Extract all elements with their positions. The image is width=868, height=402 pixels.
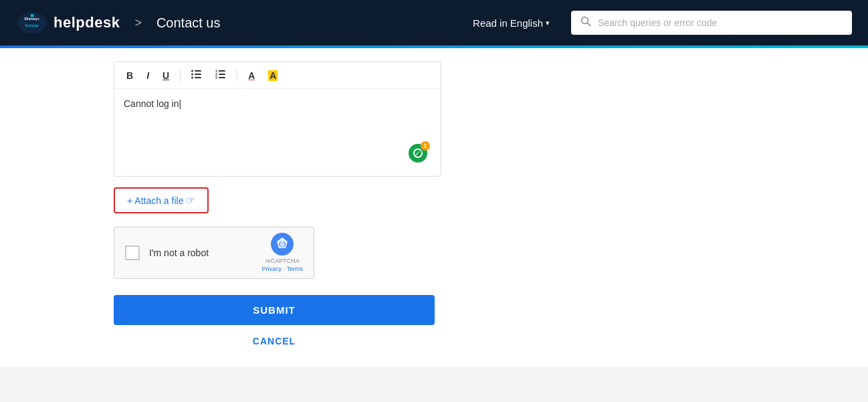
submit-button[interactable]: SUBMIT: [114, 295, 435, 325]
form-area: B I U: [0, 48, 468, 367]
read-in-area: Read in English ▾: [473, 17, 550, 29]
text-color-button[interactable]: A: [244, 68, 259, 83]
grammarly-badge: 1: [409, 144, 427, 163]
italic-button[interactable]: I: [142, 68, 153, 83]
attach-file-label: + Attach a file: [127, 195, 183, 206]
recaptcha-privacy[interactable]: Privacy: [262, 266, 282, 272]
recaptcha-brand-text: reCAPTCHA Privacy · Terms: [262, 258, 303, 273]
search-bar[interactable]: Search queries or error code: [571, 11, 852, 35]
underline-icon: U: [162, 70, 169, 81]
svg-point-6: [191, 70, 193, 72]
bold-button[interactable]: B: [122, 68, 137, 83]
page-title: Contact us: [156, 15, 221, 31]
editor-content: Cannot log in: [124, 98, 179, 109]
recaptcha-logo-icon: [270, 232, 294, 256]
logo-area: Disney+ hotstar helpdesk: [16, 9, 120, 36]
svg-text:hotstar: hotstar: [25, 23, 39, 27]
toolbar-separator-2: [237, 70, 237, 82]
svg-text:Disney+: Disney+: [24, 17, 40, 21]
header: Disney+ hotstar helpdesk > Contact us Re…: [0, 0, 868, 45]
svg-point-8: [191, 74, 193, 76]
cursor-hand-icon: ☞: [186, 194, 195, 207]
cancel-button[interactable]: CANCEL: [114, 336, 435, 346]
recaptcha-dash: ·: [284, 266, 286, 272]
recaptcha-checkbox[interactable]: [125, 245, 140, 260]
editor-toolbar: B I U: [114, 62, 441, 89]
svg-rect-9: [195, 74, 201, 75]
svg-rect-15: [219, 74, 225, 75]
svg-rect-17: [219, 77, 225, 78]
svg-rect-11: [195, 77, 201, 78]
grammarly-count: 1: [421, 141, 430, 150]
language-selector[interactable]: English ▾: [510, 17, 550, 29]
attach-file-button[interactable]: + Attach a file ☞: [114, 187, 209, 213]
svg-line-5: [588, 23, 590, 26]
text-editor[interactable]: B I U: [114, 62, 441, 177]
recaptcha-area: I'm not a robot reCAPTCHA Privacy ·: [114, 227, 441, 279]
svg-text:3.: 3.: [215, 76, 219, 79]
read-in-label: Read in: [473, 17, 508, 29]
recaptcha-brand: reCAPTCHA: [262, 258, 303, 266]
language-label: English: [510, 17, 543, 29]
ordered-list-button[interactable]: 1. 2. 3.: [211, 68, 230, 83]
editor-body[interactable]: Cannot log in| 1: [114, 89, 441, 176]
highlight-icon: A: [268, 70, 278, 81]
italic-icon: I: [146, 70, 149, 81]
text-color-icon: A: [248, 70, 255, 81]
underline-button[interactable]: U: [158, 68, 173, 83]
recaptcha-links: Privacy · Terms: [262, 266, 303, 274]
hotstar-logo-icon: Disney+ hotstar: [16, 9, 48, 36]
recaptcha-box[interactable]: I'm not a robot reCAPTCHA Privacy ·: [114, 227, 314, 279]
helpdesk-label: helpdesk: [53, 14, 120, 31]
editor-cursor: |: [179, 98, 182, 109]
recaptcha-logo-area: reCAPTCHA Privacy · Terms: [262, 232, 303, 273]
recaptcha-terms[interactable]: Terms: [287, 266, 304, 272]
recaptcha-label: I'm not a robot: [149, 247, 253, 258]
chevron-down-icon: ▾: [546, 19, 550, 27]
svg-rect-13: [219, 70, 225, 72]
toolbar-separator-1: [180, 70, 181, 82]
bullet-list-button[interactable]: [187, 68, 206, 83]
main-content: B I U: [0, 48, 868, 367]
search-placeholder: Search queries or error code: [598, 17, 843, 28]
highlight-button[interactable]: A: [264, 68, 282, 83]
svg-point-10: [191, 77, 193, 79]
breadcrumb-separator: >: [134, 16, 142, 30]
svg-rect-7: [195, 70, 201, 72]
search-icon: [580, 16, 591, 29]
